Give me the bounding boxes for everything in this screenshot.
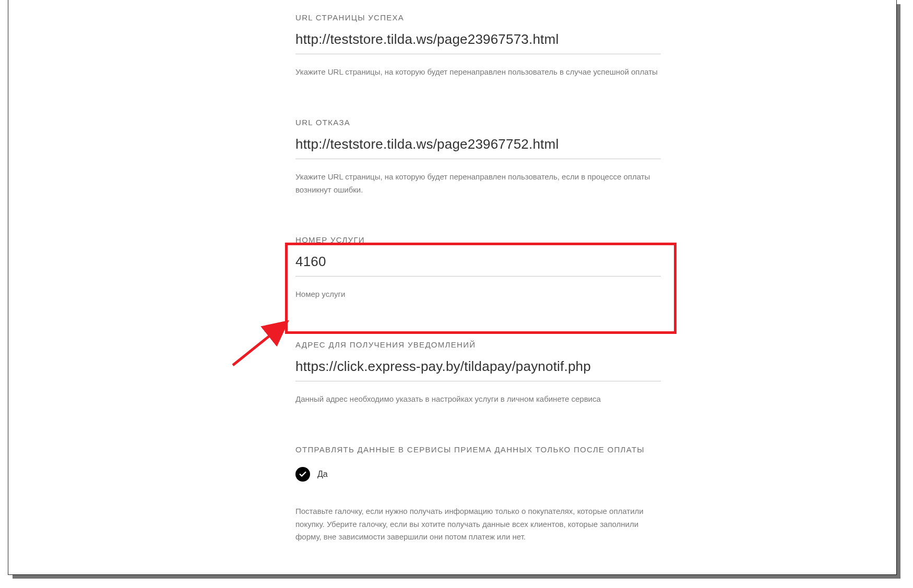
checkbox-row: Да bbox=[295, 467, 671, 482]
field-reject-url: URL ОТКАЗА Укажите URL страницы, на кото… bbox=[295, 118, 671, 197]
field-label: URL СТРАНИЦЫ УСПЕХА bbox=[295, 13, 671, 22]
service-number-input[interactable] bbox=[295, 254, 661, 277]
field-service-number: НОМЕР УСЛУГИ Номер услуги bbox=[295, 235, 671, 301]
section-send-after-payment: ОТПРАВЛЯТЬ ДАННЫЕ В СЕРВИСЫ ПРИЕМА ДАННЫ… bbox=[295, 445, 671, 544]
field-hint: Данный адрес необходимо указать в настро… bbox=[295, 393, 661, 406]
checkbox-yes[interactable] bbox=[295, 467, 310, 482]
section-heading: ОТПРАВЛЯТЬ ДАННЫЕ В СЕРВИСЫ ПРИЕМА ДАННЫ… bbox=[295, 445, 671, 454]
notify-url-input[interactable] bbox=[295, 358, 661, 381]
checkbox-label: Да bbox=[317, 470, 328, 479]
svg-line-0 bbox=[233, 323, 285, 365]
field-notify-url: АДРЕС ДЛЯ ПОЛУЧЕНИЯ УВЕДОМЛЕНИЙ Данный а… bbox=[295, 340, 671, 406]
field-label: НОМЕР УСЛУГИ bbox=[295, 235, 671, 244]
form-content: URL СТРАНИЦЫ УСПЕХА Укажите URL страницы… bbox=[295, 13, 671, 544]
field-hint: Номер услуги bbox=[295, 288, 661, 301]
field-label: URL ОТКАЗА bbox=[295, 118, 671, 127]
annotation-arrow-icon bbox=[228, 313, 301, 370]
reject-url-input[interactable] bbox=[295, 136, 661, 159]
field-hint: Укажите URL страницы, на которую будет п… bbox=[295, 171, 661, 197]
field-hint: Укажите URL страницы, на которую будет п… bbox=[295, 66, 661, 79]
success-url-input[interactable] bbox=[295, 31, 661, 54]
field-label: АДРЕС ДЛЯ ПОЛУЧЕНИЯ УВЕДОМЛЕНИЙ bbox=[295, 340, 671, 349]
section-hint: Поставьте галочку, если нужно получать и… bbox=[295, 505, 661, 544]
settings-panel: URL СТРАНИЦЫ УСПЕХА Укажите URL страницы… bbox=[8, 0, 896, 574]
field-success-url: URL СТРАНИЦЫ УСПЕХА Укажите URL страницы… bbox=[295, 13, 671, 79]
check-icon bbox=[299, 470, 307, 478]
